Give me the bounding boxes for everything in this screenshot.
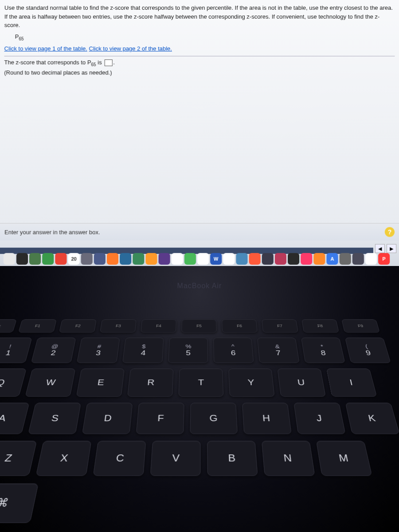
question-panel: Use the standard normal table to find th… — [0, 0, 399, 81]
key: C — [93, 441, 146, 476]
key: F1 — [18, 319, 57, 332]
key: F3 — [100, 319, 137, 332]
key: M — [316, 441, 372, 476]
key: I — [326, 368, 377, 397]
key: @2 — [31, 337, 76, 363]
key: &7 — [257, 337, 300, 363]
table-links: Click to view page 1 of the table. Click… — [4, 44, 395, 53]
app11-icon[interactable] — [288, 253, 299, 265]
key: #3 — [77, 337, 120, 363]
numbers-icon[interactable] — [133, 253, 144, 265]
app5-icon[interactable] — [197, 253, 209, 265]
table-page2-link[interactable]: Click to view page 2 of the table. — [89, 45, 172, 52]
footer-bar: Enter your answer in the answer box. ? — [0, 223, 399, 240]
key: D — [82, 403, 133, 434]
app15-icon[interactable]: P — [378, 253, 390, 265]
key: F4 — [141, 319, 176, 332]
calendar-icon[interactable]: 20 — [68, 253, 79, 265]
prev-button[interactable]: ◀ — [375, 244, 385, 253]
key: F7 — [262, 319, 298, 332]
messages-icon[interactable] — [29, 253, 41, 265]
key: Z — [0, 441, 37, 476]
app4-icon[interactable] — [184, 253, 196, 265]
key: F6 — [222, 319, 258, 332]
p-prefix: P — [15, 33, 19, 40]
screen: Use the standard normal table to find th… — [0, 0, 399, 267]
answer-period: . — [113, 59, 115, 66]
chrome-icon[interactable] — [55, 253, 66, 265]
laptop-body: MacBook Air escF1F2F3F4F5F6F7F8F9 !1@2#3… — [0, 266, 399, 532]
key: K — [345, 403, 399, 434]
facetime-icon[interactable] — [42, 253, 54, 265]
app8-icon[interactable] — [249, 253, 261, 265]
key: W — [25, 368, 75, 397]
key: S — [28, 403, 81, 434]
app13-icon[interactable] — [352, 253, 364, 265]
pages-icon[interactable] — [145, 253, 157, 265]
footer-prompt: Enter your answer in the answer box. — [4, 229, 100, 235]
app9-icon[interactable] — [262, 253, 274, 265]
key: F2 — [59, 319, 97, 332]
key: B — [207, 441, 258, 476]
app7-icon[interactable] — [236, 253, 247, 265]
answer-before: The z-score that corresponds to P — [4, 59, 91, 66]
key: Y — [228, 368, 275, 397]
key: T — [178, 368, 223, 397]
answer-input[interactable] — [104, 59, 112, 66]
key: R — [127, 368, 173, 397]
laptop-brand: MacBook Air — [177, 282, 222, 290]
finder-icon[interactable] — [4, 253, 15, 265]
app3-icon[interactable] — [120, 253, 131, 265]
key: esc — [0, 319, 17, 332]
p-sub: 65 — [19, 36, 23, 41]
answer-sub: 65 — [91, 62, 96, 66]
round-note: (Round to two decimal places as needed.) — [4, 68, 395, 77]
answer-after: is — [96, 59, 104, 66]
app6-icon[interactable] — [223, 253, 235, 265]
key: %5 — [168, 337, 208, 363]
dock: 20WAP — [2, 252, 398, 266]
app14-icon[interactable] — [365, 253, 377, 265]
key: N — [262, 441, 315, 476]
percentile-label: P65 — [15, 32, 395, 42]
key: ^6 — [213, 337, 254, 363]
instructions-text: Use the standard normal table to find th… — [4, 4, 395, 30]
key: *8 — [301, 337, 345, 363]
key: !1 — [0, 337, 32, 363]
key: F8 — [301, 319, 339, 332]
key: F9 — [341, 319, 380, 332]
keyboard: escF1F2F3F4F5F6F7F8F9 !1@2#3$4%5^6&7*8(9… — [0, 319, 399, 532]
nav-bar: ◀ ▶ — [375, 244, 396, 253]
key: A — [0, 403, 30, 434]
answer-line: The z-score that corresponds to P65 is . — [4, 58, 395, 68]
key: G — [190, 403, 238, 434]
key: $4 — [122, 337, 164, 363]
key: F — [136, 403, 184, 434]
key: Q — [0, 368, 27, 397]
music-icon[interactable] — [301, 253, 312, 265]
key: (9 — [345, 337, 391, 363]
app2-icon[interactable] — [107, 253, 118, 265]
help-button[interactable]: ? — [385, 227, 395, 237]
key-cmd: ⌘ — [0, 483, 39, 523]
word-icon[interactable]: W — [210, 253, 222, 265]
appstore-icon[interactable]: A — [326, 253, 338, 265]
key: J — [293, 403, 345, 434]
key: X — [36, 441, 92, 476]
key: V — [150, 441, 201, 476]
app10-icon[interactable] — [275, 253, 286, 265]
photos-icon[interactable] — [172, 253, 183, 265]
next-button[interactable]: ▶ — [387, 244, 396, 253]
preview-icon[interactable] — [81, 253, 93, 265]
key: U — [278, 368, 326, 397]
system-icon[interactable] — [16, 253, 28, 265]
key: H — [242, 403, 292, 434]
separator — [4, 56, 395, 56]
settings-icon[interactable] — [340, 253, 351, 265]
key: F5 — [181, 319, 217, 332]
podcast-icon[interactable] — [159, 253, 170, 265]
app1-icon[interactable] — [94, 253, 106, 265]
app12-icon[interactable] — [313, 253, 325, 265]
table-page1-link[interactable]: Click to view page 1 of the table. — [4, 45, 87, 52]
key: E — [76, 368, 125, 397]
